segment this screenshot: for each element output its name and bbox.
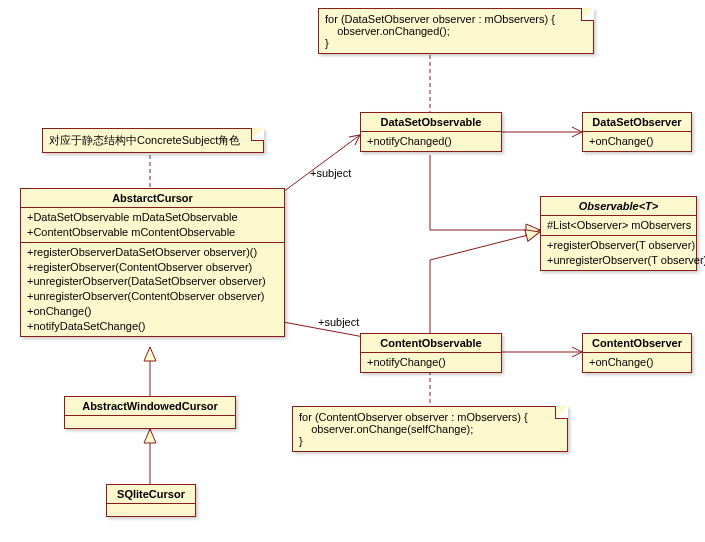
attr: +DataSetObservable mDataSetObservable <box>27 210 278 225</box>
label-subject-2: +subject <box>318 316 359 328</box>
note-dataset-loop: for (DataSetObserver observer : mObserve… <box>318 8 594 54</box>
class-title: AbstractWindowedCursor <box>65 397 235 416</box>
empty-section <box>107 504 195 516</box>
class-abstract-cursor: AbstarctCursor +DataSetObservable mDataS… <box>20 188 285 337</box>
class-title: ContentObservable <box>361 334 501 353</box>
class-operations: +registerObserver(T observer) +unregiste… <box>541 236 696 270</box>
svg-line-3 <box>283 135 360 192</box>
label-subject-1: +subject <box>310 167 351 179</box>
op: +unregisterObserver(T observer) <box>547 253 690 268</box>
note-concrete-subject: 对应于静态结构中ConcreteSubject角色 <box>42 128 264 153</box>
code-line: } <box>325 37 587 49</box>
class-dataset-observer: DataSetObserver +onChange() <box>582 112 692 152</box>
attr: +ContentObservable mContentObservable <box>27 225 278 240</box>
note-text: 对应于静态结构中ConcreteSubject角色 <box>49 133 257 148</box>
class-operations: +notifyChange() <box>361 353 501 372</box>
code-line: for (ContentObserver observer : mObserve… <box>299 411 561 423</box>
attr: #List<Observer> mObservers <box>547 218 690 233</box>
note-content-loop: for (ContentObserver observer : mObserve… <box>292 406 568 452</box>
op: +onChange() <box>589 355 685 370</box>
class-title: ContentObserver <box>583 334 691 353</box>
class-dataset-observable: DataSetObservable +notifyChanged() <box>360 112 502 152</box>
class-title: AbstarctCursor <box>21 189 284 208</box>
class-title: DataSetObservable <box>361 113 501 132</box>
class-content-observable: ContentObservable +notifyChange() <box>360 333 502 373</box>
class-attributes: #List<Observer> mObservers <box>541 216 696 236</box>
op: +onChange() <box>589 134 685 149</box>
op: +registerObserverDataSetObserver observe… <box>27 245 278 260</box>
class-abstract-windowed-cursor: AbstractWindowedCursor <box>64 396 236 429</box>
code-line: observer.onChange(selfChange); <box>299 423 561 435</box>
class-title: Observable<T> <box>541 197 696 216</box>
class-operations: +onChange() <box>583 132 691 151</box>
op: +notifyChanged() <box>367 134 495 149</box>
code-line: observer.onChanged(); <box>325 25 587 37</box>
code-line: for (DataSetObserver observer : mObserve… <box>325 13 587 25</box>
op: +registerObserver(ContentObserver observ… <box>27 260 278 275</box>
class-operations: +registerObserverDataSetObserver observe… <box>21 243 284 336</box>
class-sqlite-cursor: SQliteCursor <box>106 484 196 517</box>
class-operations: +notifyChanged() <box>361 132 501 151</box>
class-attributes: +DataSetObservable mDataSetObservable +C… <box>21 208 284 243</box>
op: +notifyChange() <box>367 355 495 370</box>
op: +onChange() <box>27 304 278 319</box>
op: +registerObserver(T observer) <box>547 238 690 253</box>
class-observable-t: Observable<T> #List<Observer> mObservers… <box>540 196 697 271</box>
code-line: } <box>299 435 561 447</box>
op: +unregisterObserver(ContentObserver obse… <box>27 289 278 304</box>
class-title: SQliteCursor <box>107 485 195 504</box>
empty-section <box>65 416 235 428</box>
class-operations: +onChange() <box>583 353 691 372</box>
class-title: DataSetObserver <box>583 113 691 132</box>
op: +notifyDataSetChange() <box>27 319 278 334</box>
op: +unregisterObserver(DataSetObserver obse… <box>27 274 278 289</box>
class-content-observer: ContentObserver +onChange() <box>582 333 692 373</box>
